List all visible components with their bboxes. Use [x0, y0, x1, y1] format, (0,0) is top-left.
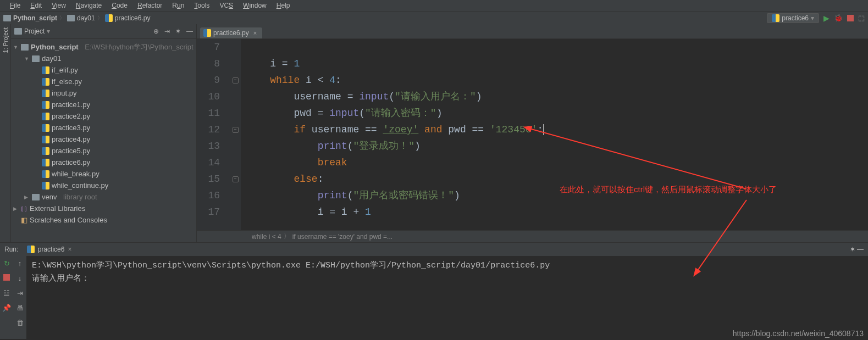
menu-window[interactable]: Window [239, 1, 271, 10]
console-output[interactable]: E:\WSH\python学习\Python_script\venv\Scrip… [26, 256, 868, 339]
python-icon [203, 29, 211, 37]
python-icon [42, 101, 49, 109]
close-tab-icon[interactable]: × [253, 30, 257, 36]
project-tool-button[interactable]: 1: Project [2, 27, 9, 53]
collapse-icon[interactable]: ⇥ [164, 27, 170, 35]
run-button[interactable]: ▶ [823, 14, 830, 23]
tree-file[interactable]: practice6.py [52, 158, 90, 166]
run-tab[interactable]: practice6 [38, 246, 65, 253]
menu-bar: File Edit View Navigate Code Refactor Ru… [0, 0, 868, 11]
crumb-file[interactable]: practice6.py [105, 14, 151, 22]
chevron-icon: 〉 [59, 14, 65, 22]
run-panel: Run: practice6× ✶ — ↻ ☳ 📌 ↑ ↓ ⇥ 🖶 🗑 E:\W… [0, 242, 868, 339]
gear-icon[interactable]: ✶ — [850, 246, 864, 253]
run-config-selector[interactable]: practice6▾ [767, 13, 819, 23]
annotation-text: 在此处，就可以按住ctrl键，然后用鼠标滚动调整字体大小了 [560, 183, 777, 196]
project-panel-title: Project [24, 27, 45, 35]
folder-icon [21, 44, 29, 51]
tree-scratches[interactable]: Scratches and Consoles [30, 216, 107, 224]
menu-vcs[interactable]: VCS [215, 1, 237, 10]
print-icon[interactable]: 🖶 [16, 304, 24, 312]
code-text[interactable]: i = 1 while i < 4: username = input("请输入… [241, 39, 868, 230]
menu-refactor[interactable]: Refactor [133, 1, 167, 10]
folder-icon [67, 15, 75, 21]
folder-icon [32, 194, 40, 200]
tree-venv[interactable]: venv [42, 193, 57, 201]
python-icon [42, 136, 49, 143]
run-panel-title: Run: [4, 246, 18, 253]
console-line: 请输入用户名： [32, 272, 863, 286]
tree-file[interactable]: practice4.py [52, 135, 90, 143]
tree-file[interactable]: practice1.py [52, 101, 90, 109]
line-gutter: 7891011121314151617 [197, 39, 230, 230]
debug-button[interactable]: 🐞 [834, 14, 843, 22]
tree-file[interactable]: if_else.py [52, 77, 82, 86]
run-toolbar-left: ↻ ☳ 📌 [0, 256, 13, 339]
menu-navigate[interactable]: Navigate [71, 1, 106, 10]
trash-icon[interactable]: 🗑 [16, 319, 24, 327]
project-panel: Project ▾ ⊕ ⇥ ✶ — ▼Python_script E:\WSH\… [11, 24, 197, 242]
python-icon [42, 90, 49, 97]
gear-icon[interactable]: ✶ [175, 27, 181, 35]
left-gutter: 1: Project [0, 24, 11, 242]
menu-edit[interactable]: Edit [26, 1, 46, 10]
python-icon [42, 78, 49, 86]
tree-file[interactable]: input.py [52, 89, 77, 97]
folder-icon [14, 28, 22, 35]
tree-dir-day01[interactable]: day01 [42, 54, 61, 63]
pin-icon[interactable]: 📌 [2, 304, 11, 312]
tree-file[interactable]: practice2.py [52, 112, 90, 120]
tree-file[interactable]: while_break.py [52, 170, 99, 178]
crumb-dir[interactable]: day01 [67, 14, 95, 22]
editor: practice6.py× 7891011121314151617 −−− i … [197, 24, 868, 242]
library-icon: ⫿⫿ [21, 205, 27, 213]
tree-root[interactable]: Python_script [31, 43, 79, 51]
close-icon[interactable]: × [68, 246, 71, 253]
crumb-root[interactable]: Python_script [3, 14, 57, 22]
fold-column[interactable]: −−− [230, 39, 241, 230]
project-tree[interactable]: ▼Python_script E:\WSH\python学习\Python_sc… [11, 39, 196, 242]
navigation-bar: Python_script 〉 day01 〉 practice6.py pra… [0, 11, 868, 24]
menu-run[interactable]: Run [168, 1, 189, 10]
tree-file[interactable]: while_continue.py [52, 181, 108, 189]
wrap-icon[interactable]: ⇥ [17, 289, 23, 297]
layout-icon[interactable]: ☳ [3, 289, 10, 297]
python-icon [42, 170, 49, 178]
python-icon [42, 124, 49, 132]
watermark: https://blog.csdn.net/weixin_40608713 [733, 329, 864, 338]
menu-file[interactable]: File [5, 1, 25, 10]
tree-file[interactable]: practice5.py [52, 147, 90, 155]
stop-button[interactable] [3, 274, 10, 282]
code-area[interactable]: 7891011121314151617 −−− i = 1 while i < … [197, 39, 868, 230]
tree-file[interactable]: practice3.py [52, 124, 90, 132]
python-icon [42, 182, 49, 189]
chevron-icon: 〉 [97, 14, 103, 22]
scope-icon[interactable]: ⊕ [153, 27, 159, 35]
python-icon [772, 14, 779, 22]
menu-tools[interactable]: Tools [190, 1, 214, 10]
breadcrumb-trail: while i < 4〉if username == 'zoey' and pw… [197, 230, 868, 242]
tree-file[interactable]: if_elif.py [52, 66, 78, 74]
down-icon[interactable]: ↓ [18, 274, 22, 282]
editor-tab[interactable]: practice6.py× [200, 27, 262, 38]
scratches-icon: ◧ [21, 216, 27, 224]
python-icon [105, 14, 113, 22]
folder-icon [32, 55, 40, 62]
run-toolbar-right: ↑ ↓ ⇥ 🖶 🗑 [13, 256, 26, 339]
stop-button[interactable] [847, 15, 854, 21]
search-icon[interactable]: ⬚ [858, 14, 865, 22]
rerun-button[interactable]: ↻ [4, 259, 10, 267]
python-icon [42, 66, 49, 74]
python-icon [42, 147, 49, 155]
console-line: E:\WSH\python学习\Python_script\venv\Scrip… [32, 259, 863, 272]
hide-icon[interactable]: — [186, 27, 193, 35]
menu-view[interactable]: View [47, 1, 70, 10]
folder-icon [3, 15, 11, 21]
menu-code[interactable]: Code [107, 1, 132, 10]
up-icon[interactable]: ↑ [18, 259, 22, 267]
python-icon [42, 159, 49, 166]
python-icon [42, 113, 49, 120]
menu-help[interactable]: Help [272, 1, 295, 10]
tree-ext-lib[interactable]: External Libraries [30, 204, 85, 213]
python-icon [27, 246, 35, 253]
